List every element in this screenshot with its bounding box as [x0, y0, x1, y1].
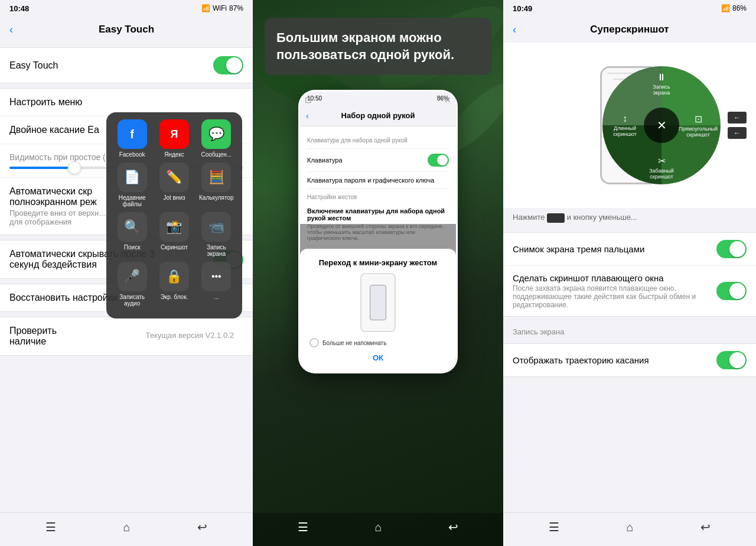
radial-long-screenshot[interactable]: ↕ Длинный скриншот	[607, 113, 643, 137]
nav-home-1[interactable]: ⌂	[123, 521, 130, 534]
nav-back-2[interactable]: ↩	[448, 520, 458, 534]
p3-section-main: Снимок экрана тремя пальцами Сделать скр…	[503, 232, 756, 317]
three-finger-toggle[interactable]	[716, 240, 747, 258]
three-finger-label: Снимок экрана тремя пальцами	[513, 244, 716, 254]
record-icon: ⏸	[657, 72, 666, 83]
p3-touch-trajectory[interactable]: Отображать траекторию касания	[503, 344, 756, 376]
fm-yandex[interactable]: Я Яндекс	[155, 119, 193, 158]
search-label: Поиск	[124, 244, 141, 251]
panel3-superscreenshot: 10:49 📶 86% ‹ Суперскриншот ⏸ Запись экр…	[503, 0, 756, 546]
nav-back-1[interactable]: ↩	[197, 520, 207, 534]
fm-more[interactable]: ••• ...	[198, 262, 235, 307]
touch-trajectory-toggle[interactable]	[716, 351, 747, 369]
calculator-icon: 🧮	[201, 162, 231, 192]
floating-window-toggle[interactable]	[716, 282, 747, 300]
nav-back-3[interactable]: ↩	[700, 520, 711, 534]
fm-screen-record[interactable]: 📹 Запись экрана	[198, 212, 235, 257]
p3-section-record: Отображать траекторию касания	[503, 343, 756, 377]
nav-menu-1[interactable]: ☰	[45, 520, 56, 534]
dialog-ok-button[interactable]: ОК	[309, 353, 447, 362]
nav-home-3[interactable]: ⌂	[626, 521, 633, 534]
phone-nav-title: Набор одной рукой	[341, 111, 415, 120]
phone-nav: ‹ Набор одной рукой	[300, 105, 456, 126]
screen-record-icon: 📹	[201, 212, 231, 242]
nav-home-2[interactable]: ⌂	[374, 521, 382, 534]
fm-screen-lock[interactable]: 🔒 Экр. блок.	[155, 262, 193, 307]
status-bar-3: 10:49 📶 86%	[503, 0, 756, 17]
arrow-down[interactable]: ←	[728, 127, 747, 139]
phone-corner-btn[interactable]: ⊡	[305, 95, 312, 105]
ps-keyboard-header: Клавиатура для набора одной рукой	[307, 132, 449, 149]
phone-close-btn[interactable]: ✕	[444, 95, 451, 105]
ps-keyboard[interactable]: Клавиатура	[307, 149, 449, 172]
dialog-checkbox[interactable]	[309, 338, 319, 347]
keyboard-header-label: Клавиатура для набора одной рукой	[307, 137, 408, 144]
fm-facebook[interactable]: f Facebook	[113, 119, 151, 158]
dialog-inner-phone	[370, 285, 386, 320]
calculator-label: Калькулятор	[199, 194, 234, 201]
audio-label: Записать аудио	[113, 294, 151, 307]
nav-menu-3[interactable]: ☰	[549, 520, 559, 534]
battery-icon-1: 87%	[229, 4, 243, 12]
phone-status: 10:50 86%	[300, 92, 456, 105]
floating-window-label: Сделать скриншот плавающего окна	[513, 273, 711, 283]
hint-text: Нажмите и кнопку уменьше...	[503, 208, 756, 228]
long-screenshot-icon: ↕	[623, 113, 627, 124]
radial-record[interactable]: ⏸ Запись экрана	[644, 72, 679, 96]
setting-check-version[interactable]: Проверитьналичие Текущая версия V2.1.0.2	[0, 317, 253, 355]
back-button-1[interactable]: ‹	[9, 24, 13, 36]
ps-password-keyboard[interactable]: Клавиатура пароля и графического ключа	[307, 172, 449, 189]
fm-messages[interactable]: 💬 Сообщен...	[198, 119, 235, 158]
screen-lock-label: Экр. блок.	[161, 294, 188, 300]
radial-close[interactable]: ✕	[644, 108, 679, 143]
section-version: Проверитьналичие Текущая версия V2.1.0.2	[0, 317, 253, 356]
bottom-nav-1: ☰ ⌂ ↩	[0, 512, 253, 546]
yandex-icon: Я	[159, 119, 189, 149]
radial-bg: ⏸ Запись экрана ↕ Длинный скриншот ✕ ⊡ П…	[602, 66, 721, 184]
screen-record-label: Запись экрана	[198, 244, 235, 257]
fm-screenshot[interactable]: 📸 Скриншот	[155, 212, 193, 257]
keyboard-label: Клавиатура	[307, 157, 343, 164]
dialog-title: Переход к мини-экрану жестом	[309, 258, 447, 267]
nav-menu-2[interactable]: ☰	[298, 520, 308, 534]
customize-menu-label: Настроить меню	[9, 97, 243, 108]
p3-three-finger[interactable]: Снимок экрана тремя пальцами	[503, 233, 756, 266]
panel2-inner: Большим экраном можно пользоваться одной…	[253, 0, 503, 546]
fm-calculator[interactable]: 🧮 Калькулятор	[198, 162, 235, 207]
more-label: ...	[214, 294, 219, 300]
back-button-3[interactable]: ‹	[513, 24, 516, 36]
long-screenshot-label: Длинный скриншот	[607, 125, 643, 137]
jot-icon: ✏️	[159, 162, 189, 192]
arrow-up[interactable]: ←	[728, 112, 747, 124]
fm-recent-files[interactable]: 📄 Недавние файлы	[113, 162, 151, 207]
keyboard-toggle[interactable]	[428, 154, 449, 167]
nav-header-1: ‹ Easy Touch	[0, 17, 253, 43]
phone-frame: ⊡ ✕ 10:50 86% ‹ Набор одной рукой Клавиа…	[298, 90, 458, 373]
fm-audio[interactable]: 🎤 Записать аудио	[113, 262, 151, 307]
screen-lock-icon: 🔒	[159, 262, 189, 291]
fm-search[interactable]: 🔍 Поиск	[113, 212, 151, 257]
setting-easy-touch[interactable]: Easy Touch	[0, 48, 253, 83]
floating-menu[interactable]: f Facebook Я Яндекс 💬 Сообщен... 📄 Н	[106, 112, 242, 318]
easy-touch-toggle[interactable]	[213, 56, 243, 74]
status-bar-1: 10:48 📶 WiFi 87%	[0, 0, 253, 17]
record-label: Запись экрана	[644, 84, 679, 96]
slider-thumb[interactable]	[68, 161, 81, 174]
fm-actions-row2: 🔍 Поиск 📸 Скриншот 📹 Запись экрана	[113, 212, 235, 257]
radial-rect-screenshot[interactable]: ⊡ Прямоугольный скриншот	[680, 113, 716, 138]
touch-trajectory-label: Отображать траекторию касания	[513, 355, 716, 365]
messages-label: Сообщен...	[201, 151, 232, 158]
check-version-label: Проверитьналичие	[9, 326, 146, 347]
gesture1-bold: Включение клавиатуры для набора одной ру…	[307, 207, 449, 222]
screenshot-demo: ⏸ Запись экрана ↕ Длинный скриншот ✕ ⊡ П…	[503, 43, 756, 208]
p3-floating-window[interactable]: Сделать скриншот плавающего окна После з…	[503, 266, 756, 316]
promo-card: Большим экраном можно пользоваться одной…	[265, 18, 491, 75]
section-easy-touch: Easy Touch	[0, 47, 253, 83]
fun-screenshot-label: Забавный скриншот	[644, 168, 679, 180]
dialog-phone-img	[360, 273, 396, 332]
phone-back-btn[interactable]: ‹	[306, 111, 309, 121]
radial-fun-screenshot[interactable]: ✂ Забавный скриншот	[644, 155, 679, 180]
fm-jot[interactable]: ✏️ Jot вниз	[155, 162, 193, 207]
promo-text: Большим экраном можно пользоваться одной…	[276, 30, 480, 63]
slider-fill	[9, 167, 68, 169]
